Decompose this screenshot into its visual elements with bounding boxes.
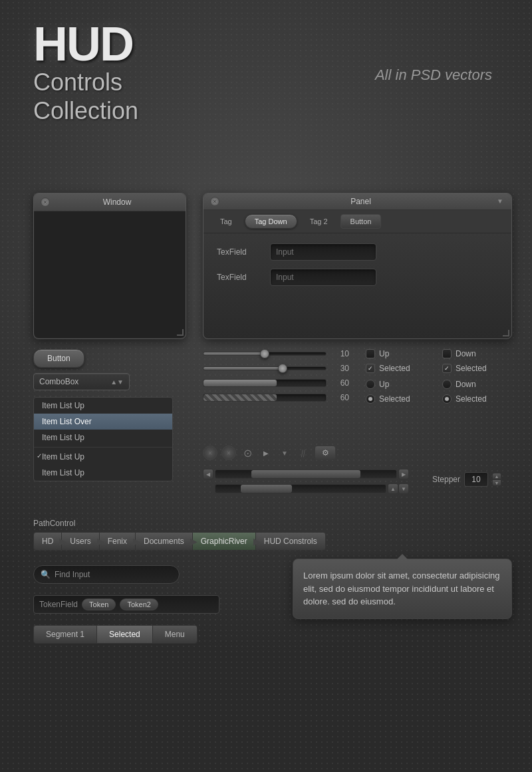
token-section: TokenField Token Token2 <box>33 595 219 614</box>
path-label: PathControl <box>33 519 512 528</box>
checkbox-selected-2[interactable]: Selected <box>442 364 512 373</box>
toolbar-divider-icon: || <box>295 446 312 460</box>
checkbox-label-down-1: Down <box>456 349 476 358</box>
title-hud: HUD <box>33 20 138 68</box>
tabbed-resize-handle-icon[interactable] <box>503 330 509 336</box>
toolbar-close-icon-2[interactable]: × <box>221 446 236 460</box>
scroll-spacer <box>203 483 213 494</box>
checkbox-box-selected-1[interactable] <box>366 364 375 373</box>
slider-thumb-1[interactable] <box>260 349 269 358</box>
token-item-1[interactable]: Token <box>82 598 116 610</box>
search-icon: 🔍 <box>41 570 51 579</box>
slider-fill-3 <box>203 380 277 386</box>
find-input-wrapper[interactable]: 🔍 Find Input <box>33 565 180 584</box>
tooltip-text: Lorem ipsum dolor sit amet, consectetur … <box>303 571 500 606</box>
find-input-placeholder: Find Input <box>55 570 90 579</box>
stepper-label: Stepper <box>432 475 460 484</box>
title-section: HUD Controls Collection <box>33 20 138 125</box>
panel-title: Panel <box>225 197 497 206</box>
radio-grid: Up Down Selected Selected <box>366 380 512 404</box>
stepper-input[interactable]: 10 <box>464 472 488 487</box>
scroll-thumb-1 <box>251 470 360 478</box>
toolbar-settings-icon[interactable]: ⚙ <box>315 446 336 460</box>
path-section: PathControl HD Users Fenix Documents Gra… <box>33 519 512 551</box>
list-item-4[interactable]: Item List Up <box>34 449 172 465</box>
segment-selected[interactable]: Selected <box>97 626 153 643</box>
checkbox-box-selected-2[interactable] <box>442 364 452 373</box>
path-item-hd[interactable]: HD <box>33 532 62 551</box>
radio-btn-up-1[interactable] <box>366 380 375 389</box>
stepper-up-button[interactable]: ▲ <box>492 473 501 479</box>
scroll-track-2[interactable] <box>215 484 386 493</box>
tab-button[interactable]: Button <box>340 214 382 229</box>
combobox-arrow-icon: ▲▼ <box>110 378 124 386</box>
stepper-down-button[interactable]: ▼ <box>492 479 501 486</box>
radio-btn-down-1[interactable] <box>442 380 452 389</box>
segment-1[interactable]: Segment 1 <box>34 626 97 643</box>
window-close-button[interactable]: × <box>41 197 50 207</box>
radio-btn-selected-2[interactable] <box>442 394 452 404</box>
scroll-left-arrow-1[interactable]: ◀ <box>203 469 213 479</box>
checkbox-selected-1[interactable]: Selected <box>366 364 436 373</box>
toolbar-close-icon-1[interactable]: × <box>203 446 217 460</box>
slider-row-1: 10 <box>203 349 349 358</box>
radio-up-1[interactable]: Up <box>366 380 436 389</box>
text-input-1[interactable] <box>270 243 376 261</box>
checkbox-box-down-1[interactable] <box>442 349 452 358</box>
list-item-1[interactable]: Item List Up <box>34 398 172 414</box>
path-item-users[interactable]: Users <box>61 532 99 551</box>
scroll-down-arrow-2[interactable]: ▼ <box>398 483 409 494</box>
subtitle: All in PSD vectors <box>375 66 492 84</box>
scroll-thumb-2 <box>241 485 292 493</box>
hud-button[interactable]: Button <box>33 349 84 368</box>
checkbox-box-up-1[interactable] <box>366 349 375 358</box>
slider-track-1[interactable] <box>203 352 327 356</box>
radio-selected-1[interactable]: Selected <box>366 394 436 404</box>
scroll-right-arrow-1[interactable]: ▶ <box>398 469 409 479</box>
window-title: Window <box>55 197 179 207</box>
list-item-2[interactable]: Item List Over <box>34 414 172 430</box>
toolbar-play-icon[interactable]: ▶ <box>259 446 273 460</box>
radio-label-up-1: Up <box>379 380 389 389</box>
list-separator <box>34 447 172 448</box>
list-item-3[interactable]: Item List Up <box>34 430 172 446</box>
title-controls: Controls <box>33 68 138 96</box>
slider-fill-2 <box>203 367 283 370</box>
scroll-track-1[interactable] <box>215 469 397 479</box>
path-item-documents[interactable]: Documents <box>135 532 193 551</box>
checkbox-up-1[interactable]: Up <box>366 349 436 358</box>
tab-tag[interactable]: Tag <box>210 214 242 229</box>
radio-label-selected-2: Selected <box>456 394 487 404</box>
token-field[interactable]: TokenField Token Token2 <box>33 595 219 614</box>
path-item-hud-constrols[interactable]: HUD Constrols <box>255 532 326 551</box>
path-item-graphicriver[interactable]: GraphicRiver <box>192 532 256 551</box>
stepper-arrows: ▲ ▼ <box>492 473 501 486</box>
panel-close-button[interactable]: × <box>210 197 219 206</box>
slider-thumb-2[interactable] <box>278 364 287 373</box>
stepper-section: Stepper 10 ▲ ▼ <box>432 472 501 487</box>
text-input-2[interactable] <box>270 269 376 286</box>
radio-down-1[interactable]: Down <box>442 380 512 389</box>
list-item-5[interactable]: Item List Up <box>34 465 172 481</box>
checkbox-down-1[interactable]: Down <box>442 349 512 358</box>
token-item-2[interactable]: Token2 <box>120 598 158 610</box>
toolbar-zoom-icon[interactable]: ⊙ <box>240 446 255 460</box>
path-item-fenix[interactable]: Fenix <box>99 532 136 551</box>
scroll-up-arrow-2[interactable]: ▲ <box>388 483 398 494</box>
panel-dropdown-icon[interactable]: ▼ <box>497 197 505 205</box>
segment-menu[interactable]: Menu <box>153 626 197 643</box>
toolbar-dropdown-icon[interactable]: ▼ <box>277 446 292 460</box>
combobox[interactable]: ComboBox ▲▼ <box>33 373 130 390</box>
slider-fill-4 <box>203 394 277 401</box>
radio-selected-2[interactable]: Selected <box>442 394 512 404</box>
radio-btn-selected-1[interactable] <box>366 394 375 404</box>
resize-handle-icon[interactable] <box>177 329 184 336</box>
slider-track-3[interactable] <box>203 379 327 387</box>
slider-track-2[interactable] <box>203 366 327 370</box>
slider-track-4[interactable] <box>203 394 327 402</box>
toolbar-section: × × ⊙ ▶ ▼ || ⚙ <box>203 446 336 460</box>
tooltip-box: Lorem ipsum dolor sit amet, consectetur … <box>293 559 512 619</box>
tab-tag-down[interactable]: Tag Down <box>245 214 297 229</box>
combobox-label: ComboBox <box>39 377 78 386</box>
tab-tag2[interactable]: Tag 2 <box>300 214 338 229</box>
